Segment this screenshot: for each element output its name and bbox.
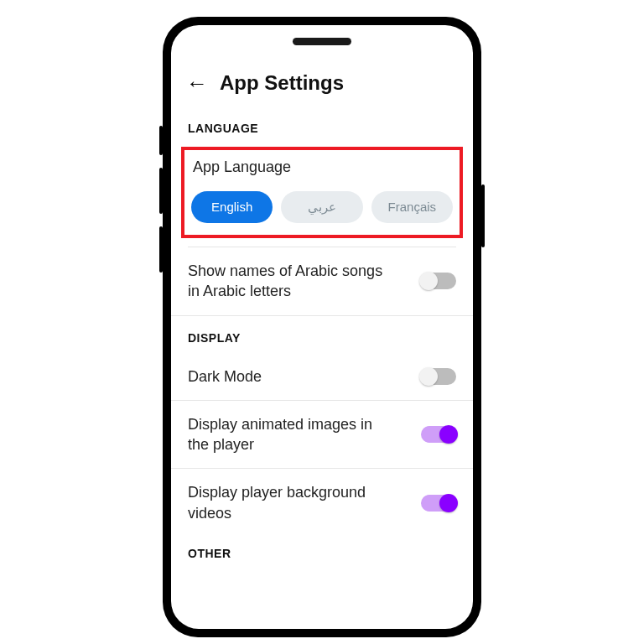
bg-videos-label: Display player background videos [188,482,389,523]
language-segmented-control: English عربي Français [191,191,453,223]
animated-images-toggle[interactable] [421,426,456,443]
section-header-other: OTHER [171,532,473,569]
section-header-display: DISPLAY [171,316,473,353]
app-screen: ← App Settings LANGUAGE App Language Eng… [171,25,473,629]
animated-images-label: Display animated images in the player [188,414,389,455]
dark-mode-label: Dark Mode [188,366,262,387]
dark-mode-toggle[interactable] [421,368,456,385]
phone-volume-down [159,226,163,273]
arabic-names-label: Show names of Arabic songs in Arabic let… [188,261,389,302]
phone-power-button [481,184,485,247]
setting-row-arabic-names: Show names of Arabic songs in Arabic let… [171,247,473,316]
bg-videos-toggle[interactable] [421,495,456,512]
phone-speaker [293,38,351,45]
toggle-knob [419,367,438,386]
section-header-language: LANGUAGE [171,106,473,143]
toggle-knob [439,494,458,512]
phone-volume-up [159,168,163,214]
phone-frame: ← App Settings LANGUAGE App Language Eng… [163,17,481,637]
back-icon[interactable]: ← [186,72,208,94]
arabic-names-toggle[interactable] [421,273,456,289]
page-title: App Settings [220,71,344,95]
toggle-knob [419,272,438,290]
setting-row-dark-mode: Dark Mode [171,353,473,401]
language-highlight-box: App Language English عربي Français [181,147,463,238]
setting-row-bg-videos: Display player background videos [171,469,473,532]
toggle-knob [439,425,458,444]
language-option-francais[interactable]: Français [371,191,453,223]
language-option-english[interactable]: English [191,191,273,223]
setting-row-animated-images: Display animated images in the player [171,401,473,470]
phone-side-button [159,126,163,155]
app-header: ← App Settings [171,71,473,106]
language-option-arabic[interactable]: عربي [281,191,362,223]
app-language-label: App Language [191,158,453,176]
